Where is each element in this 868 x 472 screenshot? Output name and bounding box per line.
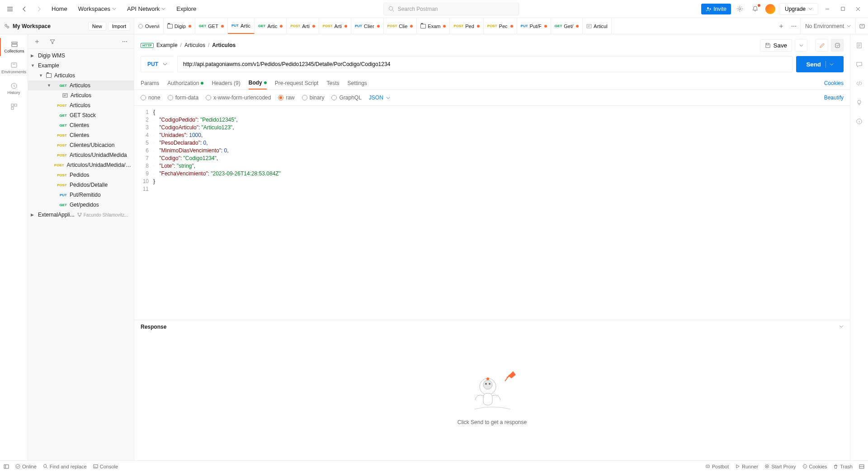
tree-row[interactable]: POSTPedidos/Detalle <box>28 180 134 190</box>
tab-item[interactable]: Articul <box>583 18 612 34</box>
sb-postbot[interactable]: Postbot <box>705 464 729 469</box>
window-minimize-icon[interactable] <box>821 3 834 15</box>
cookies-link[interactable]: Cookies <box>824 80 844 86</box>
code-editor[interactable]: 1234567891011 {· "CodigoPedido": "Pedido… <box>134 106 850 320</box>
tab-item[interactable]: Overvi <box>134 18 164 34</box>
tab-body[interactable]: Body <box>249 77 267 90</box>
sidebar-add-icon[interactable] <box>31 35 43 48</box>
sidebar-filter-icon[interactable] <box>46 35 59 48</box>
sb-panel-icon[interactable] <box>4 464 9 469</box>
tab-item[interactable]: GETGET <box>195 18 228 34</box>
search-input[interactable]: Search Postman <box>383 3 519 15</box>
edit-button[interactable] <box>816 39 828 52</box>
nav-home[interactable]: Home <box>47 3 72 15</box>
sb-find[interactable]: Find and replace <box>43 464 87 469</box>
settings-icon[interactable] <box>734 3 746 15</box>
tab-item[interactable]: POSTArti <box>319 18 351 34</box>
body-language-selector[interactable]: JSON <box>369 94 390 101</box>
save-dropdown[interactable] <box>795 39 807 52</box>
environment-quicklook-icon[interactable] <box>855 18 868 34</box>
tab-headers[interactable]: Headers (9) <box>212 77 240 89</box>
tab-item[interactable]: GETGet/ <box>551 18 583 34</box>
avatar[interactable] <box>764 3 776 15</box>
nav-api-network[interactable]: API Network <box>123 3 170 15</box>
breadcrumb-seg[interactable]: Articulos <box>184 42 205 48</box>
tab-overflow-button[interactable] <box>788 20 800 33</box>
tree-row[interactable]: POSTArticulos/UnidadMedida <box>28 150 134 160</box>
sb-runner[interactable]: Runner <box>735 464 758 469</box>
invite-button[interactable]: Invite <box>701 4 731 14</box>
tree-row[interactable]: ▶ExternalAppli...Facundo Shlamovitz... <box>28 210 134 220</box>
body-formdata[interactable]: form-data <box>168 94 198 101</box>
tab-item[interactable]: POSTArti <box>287 18 319 34</box>
import-button[interactable]: Import <box>108 22 130 31</box>
info-icon[interactable] <box>853 115 866 127</box>
rail-configure[interactable] <box>0 100 28 113</box>
tab-authorization[interactable]: Authorization <box>167 77 203 89</box>
tab-settings[interactable]: Settings <box>347 77 367 89</box>
tree-row[interactable]: PUTPut/Remitido <box>28 190 134 200</box>
bulb-icon[interactable] <box>853 96 866 109</box>
tab-item[interactable]: POSTPed <box>450 18 483 34</box>
notifications-icon[interactable] <box>749 3 762 15</box>
sb-console[interactable]: Console <box>93 464 118 469</box>
tab-item[interactable]: Exam <box>417 18 450 34</box>
comments-icon[interactable] <box>853 58 866 71</box>
method-selector[interactable]: PUT <box>141 56 174 72</box>
hamburger-icon[interactable] <box>4 3 16 15</box>
add-tab-button[interactable] <box>775 20 788 33</box>
forward-icon[interactable] <box>33 3 45 15</box>
url-input[interactable] <box>177 56 793 72</box>
nav-explore[interactable]: Explore <box>172 3 201 15</box>
body-urlencoded[interactable]: x-www-form-urlencoded <box>206 94 271 101</box>
body-raw[interactable]: raw <box>278 94 294 101</box>
tab-item[interactable]: PUTPut/F <box>517 18 551 34</box>
nav-workspaces[interactable]: Workspaces <box>74 3 121 15</box>
tree-row[interactable]: GETClientes <box>28 120 134 130</box>
sb-proxy[interactable]: Start Proxy <box>764 464 796 469</box>
sb-cookies[interactable]: Cookies <box>802 464 827 469</box>
tree-row[interactable]: POSTArticulos <box>28 100 134 110</box>
sidebar-more-icon[interactable] <box>118 35 131 48</box>
sb-trash[interactable]: Trash <box>833 464 853 469</box>
tab-item[interactable]: PUTClier <box>351 18 384 34</box>
rail-collections[interactable]: Collections <box>0 38 28 56</box>
tree-row[interactable]: ▶Digip WMS <box>28 51 134 61</box>
tab-tests[interactable]: Tests <box>326 77 339 89</box>
window-maximize-icon[interactable] <box>836 3 849 15</box>
body-graphql[interactable]: GraphQL <box>331 94 361 101</box>
tree-row[interactable]: GETGET Stock <box>28 110 134 120</box>
new-button[interactable]: New <box>88 22 106 31</box>
send-button[interactable]: Send <box>796 56 844 72</box>
save-button[interactable]: Save <box>760 39 792 52</box>
rail-environments[interactable]: Environments <box>0 59 28 77</box>
sb-layout-icon[interactable] <box>859 464 864 469</box>
send-caret-icon[interactable] <box>826 61 834 68</box>
body-binary[interactable]: binary <box>302 94 325 101</box>
tree-row[interactable]: POSTPedidos <box>28 170 134 180</box>
tab-item[interactable]: PUTArtic <box>228 18 255 34</box>
response-header[interactable]: Response <box>134 320 850 334</box>
tree-row[interactable]: ▼Articulos <box>28 71 134 80</box>
tab-item[interactable]: Digip <box>164 18 195 34</box>
rail-history[interactable]: History <box>0 80 28 98</box>
tab-item[interactable]: POSTClie <box>384 18 417 34</box>
tree-row[interactable]: ▼Example <box>28 61 134 71</box>
back-icon[interactable] <box>18 3 31 15</box>
body-none[interactable]: none <box>141 94 160 101</box>
sb-online[interactable]: Online <box>15 464 37 469</box>
window-close-icon[interactable] <box>852 3 864 15</box>
tree-row[interactable]: POSTArticulos/UnidadMedida/Codig... <box>28 160 134 170</box>
beautify-link[interactable]: Beautify <box>824 94 844 101</box>
tree-row[interactable]: Articulos <box>28 90 134 100</box>
upgrade-button[interactable]: Upgrade <box>779 3 818 15</box>
breadcrumb-seg[interactable]: Example <box>156 42 178 48</box>
tree-row[interactable]: ▼GETArticulos <box>28 80 134 90</box>
chevron-down-icon[interactable] <box>839 324 844 330</box>
tree-row[interactable]: POSTClientes/Ubicacion <box>28 140 134 150</box>
tree-row[interactable]: POSTClientes <box>28 130 134 140</box>
docs-icon[interactable] <box>853 39 866 52</box>
tab-params[interactable]: Params <box>141 77 159 89</box>
share-button[interactable] <box>831 39 844 52</box>
environment-selector[interactable]: No Environment <box>800 18 855 34</box>
